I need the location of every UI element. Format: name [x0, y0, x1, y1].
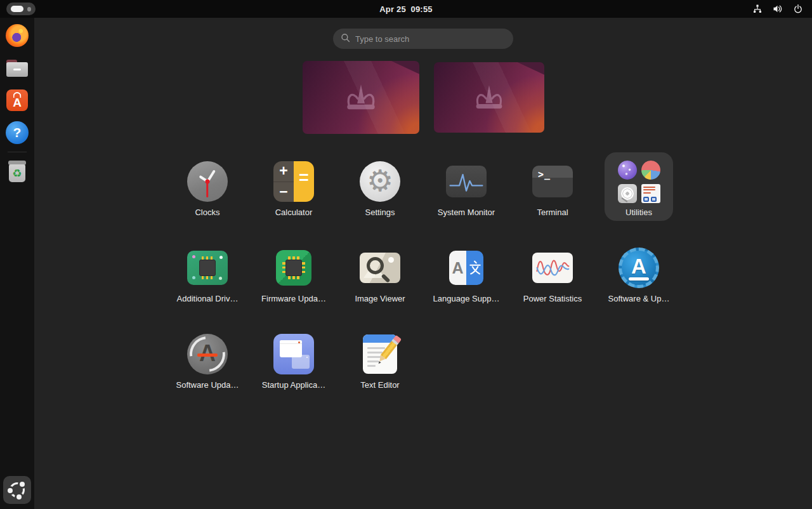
workspace-thumbnail-1[interactable]: [303, 61, 419, 134]
app-label: Settings: [365, 208, 395, 217]
app-label: Power Statistics: [523, 294, 582, 303]
app-label: System Monitor: [438, 208, 495, 217]
inactive-workspace-dot: [27, 7, 31, 11]
app-label: Terminal: [537, 208, 568, 217]
app-label: Language Supp…: [433, 294, 500, 303]
files-icon: [6, 60, 28, 77]
crown-wallpaper-emblem: [464, 82, 514, 112]
app-label: Software Upda…: [176, 380, 239, 390]
power-statistics-icon: [532, 253, 573, 283]
document-viewer-icon: [641, 184, 660, 203]
app-label: Text Editor: [360, 380, 399, 390]
app-software-and-updates[interactable]: A Software & Up…: [596, 239, 682, 325]
workspace-thumbnails: [34, 61, 812, 134]
app-image-viewer[interactable]: Image Viewer: [337, 239, 423, 325]
app-label: Firmware Upda…: [261, 294, 326, 303]
app-center-icon: A: [6, 89, 28, 111]
app-calculator[interactable]: + − = Calculator: [251, 152, 337, 239]
dock-item-files[interactable]: [5, 56, 29, 80]
dock-item-app-center[interactable]: A: [5, 88, 29, 112]
app-label: Calculator: [275, 208, 313, 217]
dock-item-help[interactable]: ?: [5, 121, 29, 145]
app-language-support[interactable]: A Language Supp…: [423, 239, 509, 325]
ubuntu-logo-icon: [8, 481, 26, 499]
app-startup-applications[interactable]: Startup Applica…: [251, 325, 337, 411]
app-grid: Clocks + − = Calculator ⚙ Settings: [34, 152, 812, 411]
trash-icon: ♻: [8, 161, 27, 182]
app-label: Clocks: [195, 208, 219, 217]
app-settings[interactable]: ⚙ Settings: [337, 152, 423, 239]
app-clocks[interactable]: Clocks: [164, 152, 251, 239]
app-text-editor[interactable]: Text Editor: [337, 325, 423, 411]
terminal-icon: >_: [532, 166, 573, 197]
clock-date-button[interactable]: Apr 25 09:55: [379, 4, 433, 14]
app-label: Software & Up…: [608, 294, 670, 303]
app-label: Image Viewer: [355, 294, 405, 303]
system-status-area[interactable]: [752, 4, 806, 14]
volume-icon[interactable]: [773, 4, 783, 14]
utilities-folder-icon: [618, 161, 660, 203]
clocks-icon: [187, 161, 228, 202]
search-icon: [341, 33, 350, 45]
image-viewer-icon: [360, 253, 400, 283]
active-workspace-pill: [11, 6, 23, 12]
app-label: Startup Applica…: [262, 380, 325, 390]
additional-drivers-icon: [187, 251, 228, 285]
disk-usage-pie-icon: [641, 161, 660, 180]
search-input[interactable]: [355, 34, 506, 44]
app-additional-drivers[interactable]: Additional Driv…: [164, 239, 251, 325]
app-firmware-updater[interactable]: Firmware Upda…: [251, 239, 337, 325]
workspace-thumbnail-2[interactable]: [434, 62, 544, 133]
crown-wallpaper-emblem: [334, 81, 388, 113]
system-monitor-icon: [446, 166, 487, 197]
dash-dock: A ? ♻: [0, 18, 34, 509]
show-apps-button[interactable]: [3, 476, 31, 504]
network-icon[interactable]: [752, 4, 763, 14]
language-support-icon: A: [449, 251, 483, 285]
activities-overview: Clocks + − = Calculator ⚙ Settings: [34, 18, 812, 509]
app-system-monitor[interactable]: System Monitor: [423, 152, 509, 239]
app-label: Additional Driv…: [177, 294, 239, 303]
settings-gear-icon: ⚙: [360, 161, 400, 202]
software-and-updates-icon: A: [619, 248, 659, 288]
disks-icon: [618, 184, 637, 203]
search-bar[interactable]: [333, 29, 513, 49]
calculator-icon: + − =: [273, 161, 314, 202]
app-power-statistics[interactable]: Power Statistics: [509, 239, 596, 325]
app-folder-utilities[interactable]: Utilities: [596, 152, 682, 239]
firmware-updater-icon: [276, 250, 311, 286]
folder-label: Utilities: [625, 208, 652, 217]
app-terminal[interactable]: >_ Terminal: [509, 152, 596, 239]
help-icon: ?: [6, 121, 29, 144]
app-software-updater[interactable]: A Software Upda…: [164, 325, 251, 411]
startup-applications-icon: [273, 334, 314, 374]
boxes-sphere-icon: [618, 161, 637, 180]
top-bar: Apr 25 09:55: [0, 0, 812, 18]
power-icon[interactable]: [793, 4, 803, 14]
dock-separator: [8, 152, 27, 152]
firefox-icon: [6, 24, 29, 47]
text-editor-icon: [363, 334, 397, 374]
software-updater-icon: A: [187, 334, 228, 374]
dock-item-firefox[interactable]: [5, 23, 29, 48]
dock-item-trash[interactable]: ♻: [5, 159, 29, 183]
activities-workspace-indicator[interactable]: [6, 3, 36, 15]
